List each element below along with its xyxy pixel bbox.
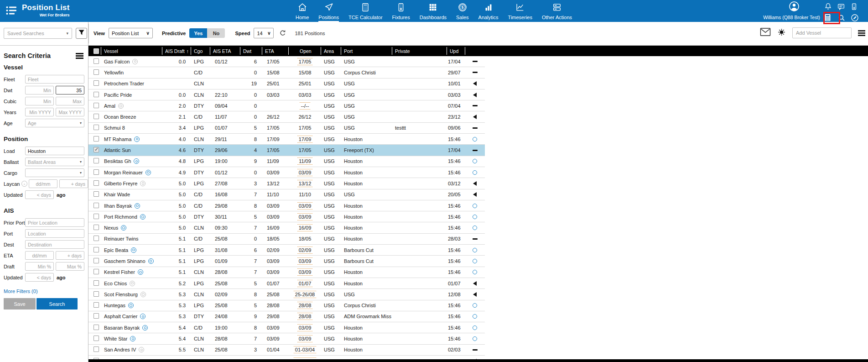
table-row[interactable]: Gas Falcon 0.0 LPG 01/12 6 17/05 17/05 U… [88,56,485,67]
col-vessel[interactable]: Vessel [101,47,162,55]
row-checkbox[interactable] [94,258,99,263]
vessel-name[interactable]: Besiktas Gh [104,158,131,164]
upd-status-icon[interactable] [473,115,477,119]
load-input[interactable] [25,147,84,155]
upd-status-icon[interactable] [473,215,477,219]
dwt-min-input[interactable] [25,86,54,94]
years-min-input[interactable] [25,108,54,116]
dest-input[interactable] [25,240,84,249]
draft-max-input[interactable] [56,262,84,271]
notifications-bell-icon[interactable] [824,2,832,13]
upd-status-icon[interactable] [473,150,478,151]
table-row[interactable]: Yellowfin C/D 0 15/08 15/08 USG Corpus C… [88,67,485,78]
upd-status-icon[interactable] [473,226,477,230]
open-date[interactable]: 17/05 [297,147,313,153]
dwt-max-input[interactable] [56,86,84,94]
draft-min-input[interactable] [25,262,54,271]
add-vessel-input[interactable] [792,27,852,38]
upd-status-icon[interactable] [473,292,477,297]
row-checkbox[interactable] [94,125,99,130]
predictive-yes-button[interactable]: Yes [189,28,207,38]
table-row[interactable]: Scot Flensburg 5.3 CLN 02/09 8 25/08 25-… [88,289,485,300]
table-row[interactable]: Gilberto Freyre 5.0 LPG 27/08 3 13/12 13… [88,178,485,189]
open-date[interactable]: 28/08 [297,302,313,309]
table-row[interactable]: Amal 2.0 DTY 09/04 0 --/-- USG USG 07/04 [88,100,485,111]
vessel-name[interactable]: Epic Beata [104,247,128,253]
eta-days-input[interactable] [56,251,84,260]
upd-status-icon[interactable] [473,314,477,319]
row-checkbox[interactable] [94,180,99,186]
open-date[interactable]: 17/05 [297,58,313,65]
open-date[interactable]: 13/12 [297,180,313,187]
table-row[interactable]: MT Rahama 4.0 CLN 29/11 8 17/09 17/09 US… [88,134,485,145]
laycan-date-input[interactable] [29,179,57,188]
open-date[interactable]: 03/09 [297,268,313,276]
upd-status-icon[interactable] [473,204,477,208]
table-row[interactable]: White Star 5.4 CLN 28/08 7 03/09 03/09 U… [88,333,485,344]
search-button[interactable]: Search [36,298,78,310]
vessel-name[interactable]: White Star [104,336,127,341]
vessel-name[interactable]: Eco Chios [104,281,127,286]
row-checkbox[interactable] [94,69,99,75]
vessel-name[interactable]: Gaschem Shinano [104,258,146,264]
years-max-input[interactable] [56,108,84,116]
predictive-no-button[interactable]: No [207,28,225,38]
table-row[interactable]: Eco Chios 5.2 LPG 25/08 5 01/07 01/07 US… [88,278,485,289]
prior-port-input[interactable] [25,218,84,227]
age-select[interactable]: Age ▾ [25,119,84,127]
fixtures-small-icon[interactable] [850,3,858,12]
col-open[interactable]: Open [289,47,321,55]
table-row[interactable]: Petrochem Trader CLN 19 25/01 25/01 USG … [88,79,485,89]
upd-status-icon[interactable] [473,303,477,308]
table-row[interactable]: Schmui 8 3.4 LPG 01/07 5 17/05 17/05 USG… [88,123,485,134]
open-date[interactable]: 17/09 [297,136,313,143]
cubic-max-input[interactable] [56,97,84,105]
vessel-name[interactable]: Reinauer Twins [104,236,139,241]
table-row[interactable]: Gaschem Shinano 5.1 LPG 01/09 7 03/09 03… [88,256,485,267]
select-all-header[interactable] [88,47,101,55]
row-checkbox[interactable] [94,291,99,297]
table-row[interactable]: Epic Beata 5.1 LPG 31/08 6 02/09 02/09 U… [88,245,485,256]
table-row[interactable]: Atlantic Sun 4.6 DTY 29/06 4 17/05 17/05… [88,145,485,156]
open-date[interactable]: 16/09 [297,224,313,231]
vessel-name[interactable]: Ocean Breeze [104,114,136,120]
user-avatar[interactable] [789,1,800,14]
vessel-name[interactable]: Scot Flensburg [104,292,138,297]
upd-status-icon[interactable] [473,181,477,186]
open-date[interactable]: 03/09 [297,169,313,176]
fleet-input[interactable] [25,75,84,84]
vessel-name[interactable]: Khair Wade [104,192,130,197]
open-date[interactable]: 03/09 [297,213,313,220]
upd-status-icon[interactable] [473,137,477,142]
open-date[interactable]: 28/08 [297,313,313,320]
open-date[interactable]: 25-26/08 [294,291,316,298]
upd-status-icon[interactable] [473,270,477,274]
open-date[interactable]: 18/05 [297,236,313,242]
vessel-name[interactable]: Amal [104,103,115,109]
open-date[interactable]: 03/09 [297,335,313,342]
upd-status-icon[interactable] [473,72,478,73]
upd-status-icon[interactable] [473,93,477,97]
col-eta[interactable]: ETA [262,47,289,55]
row-checkbox[interactable] [94,302,99,308]
nav-sales[interactable]: $ Sales [456,2,469,22]
vessel-name[interactable]: Nexus [104,225,118,231]
nav-dashboards[interactable]: Dashboards [420,2,447,22]
upd-status-icon[interactable] [473,105,478,106]
vessel-name[interactable]: Petrochem Trader [104,81,144,86]
row-checkbox[interactable] [94,158,99,163]
more-filters-link[interactable]: More Filters (0) [4,289,38,294]
laycan-minus-button[interactable]: - [21,181,27,187]
vessel-name[interactable]: Port Richmond [104,214,137,220]
vessel-name[interactable]: Ilhan Bayrak [104,203,132,209]
nav-positions[interactable]: Positions [318,2,339,22]
col-private[interactable]: Private [392,47,447,55]
vessel-name[interactable]: MT Rahama [104,136,131,142]
table-row[interactable]: San Andres IV 5.5 CLN 25/08 3 01/04 01-0… [88,345,485,356]
table-row[interactable]: Kestrel Fisher 5.1 CLN 28/08 7 03/09 03/… [88,267,485,278]
row-checkbox[interactable] [94,346,99,352]
ais-port-input[interactable] [25,229,84,238]
view-select[interactable]: Position List ∨ [109,28,153,38]
refresh-icon[interactable] [279,30,286,37]
ballast-select[interactable]: Ballast Areas ▾ [25,157,84,166]
